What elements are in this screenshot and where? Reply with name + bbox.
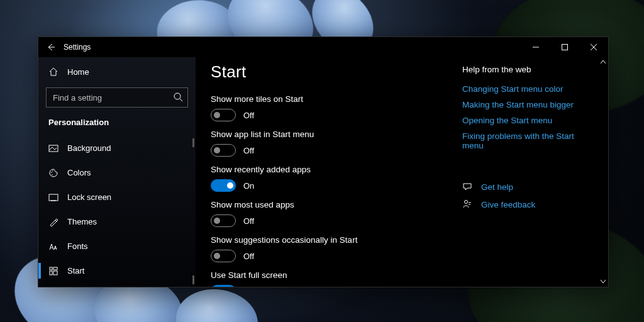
setting-row: Show recently added appsOn bbox=[211, 165, 457, 192]
give-feedback-row[interactable]: Give feedback bbox=[462, 199, 583, 209]
sidebar-item-label: Themes bbox=[67, 217, 97, 226]
setting-label: Use Start full screen bbox=[211, 270, 457, 280]
scroll-down-icon bbox=[601, 279, 606, 284]
help-link[interactable]: Making the Start menu bigger bbox=[462, 100, 583, 109]
svg-point-5 bbox=[52, 174, 53, 175]
sidebar-item-label: Lock screen bbox=[67, 192, 111, 202]
sidebar-item-background[interactable]: Background bbox=[38, 136, 196, 160]
toggle-switch[interactable] bbox=[211, 214, 236, 227]
setting-row: Show suggestions occasionally in StartOf… bbox=[211, 235, 457, 262]
help-link[interactable]: Fixing problems with the Start menu bbox=[462, 131, 583, 150]
toggle-state: Off bbox=[243, 216, 254, 226]
caption-buttons bbox=[521, 37, 608, 57]
window-title: Settings bbox=[64, 43, 91, 52]
setting-row: Use Start full screenOn bbox=[211, 270, 457, 287]
svg-rect-8 bbox=[53, 267, 57, 270]
sidebar-item-colors[interactable]: Colors bbox=[38, 160, 196, 185]
close-icon bbox=[591, 44, 597, 50]
toggle-switch[interactable] bbox=[211, 144, 236, 157]
setting-label: Show more tiles on Start bbox=[211, 94, 457, 104]
fonts-icon bbox=[48, 242, 58, 252]
get-help-row[interactable]: Get help bbox=[462, 182, 583, 192]
toggle-state: Off bbox=[243, 252, 254, 261]
help-heading: Help from the web bbox=[462, 65, 583, 74]
sidebar-item-label: Background bbox=[67, 143, 111, 153]
setting-label: Show suggestions occasionally in Start bbox=[211, 235, 457, 245]
give-feedback-label: Give feedback bbox=[481, 200, 535, 209]
feedback-icon bbox=[462, 199, 472, 209]
sidebar-nav: Background Colors Lock screen Themes bbox=[38, 136, 196, 283]
minimize-icon bbox=[533, 44, 539, 50]
svg-point-1 bbox=[174, 93, 180, 99]
svg-point-11 bbox=[465, 201, 468, 204]
settings-window: Settings Home Personalization bbox=[38, 36, 609, 287]
toggle-switch[interactable] bbox=[211, 109, 236, 121]
svg-rect-6 bbox=[49, 194, 58, 201]
toggle-switch[interactable] bbox=[211, 250, 236, 262]
svg-rect-7 bbox=[50, 267, 52, 270]
search-icon bbox=[174, 92, 183, 104]
sidebar-item-label: Colors bbox=[67, 168, 91, 177]
back-button[interactable] bbox=[38, 37, 64, 57]
wallpaper-flower bbox=[176, 289, 258, 322]
sidebar-item-label: Fonts bbox=[67, 242, 88, 251]
svg-rect-10 bbox=[53, 271, 57, 275]
help-link[interactable]: Changing Start menu color bbox=[462, 84, 583, 94]
sidebar-item-themes[interactable]: Themes bbox=[38, 209, 196, 234]
chat-icon bbox=[462, 182, 472, 192]
arrow-left-icon bbox=[47, 43, 55, 52]
setting-label: Show most used apps bbox=[211, 200, 457, 209]
setting-row: Show more tiles on StartOff bbox=[211, 94, 457, 121]
content: Start Show more tiles on StartOffShow ap… bbox=[196, 57, 598, 287]
sidebar-home[interactable]: Home bbox=[38, 60, 196, 84]
setting-row: Show most used appsOff bbox=[211, 200, 457, 227]
start-icon bbox=[48, 266, 58, 276]
setting-label: Show recently added apps bbox=[211, 165, 457, 174]
titlebar: Settings bbox=[38, 37, 608, 57]
setting-row: Show app list in Start menuOff bbox=[211, 130, 457, 157]
toggle-state: Off bbox=[243, 111, 254, 120]
palette-icon bbox=[48, 168, 58, 178]
maximize-button[interactable] bbox=[550, 37, 579, 57]
sidebar-item-label: Start bbox=[67, 266, 84, 275]
sidebar-category: Personalization bbox=[38, 114, 196, 136]
setting-label: Show app list in Start menu bbox=[211, 130, 457, 139]
lock-screen-icon bbox=[48, 192, 58, 203]
toggle-state: On bbox=[243, 287, 254, 287]
svg-rect-0 bbox=[562, 45, 568, 50]
svg-point-3 bbox=[51, 172, 52, 173]
themes-icon bbox=[48, 217, 58, 227]
svg-rect-9 bbox=[50, 271, 52, 275]
scroll-up-icon bbox=[601, 60, 606, 65]
close-button[interactable] bbox=[579, 37, 608, 57]
picture-icon bbox=[48, 143, 58, 153]
sidebar-scroll-down[interactable] bbox=[192, 275, 194, 284]
home-icon bbox=[48, 67, 58, 77]
search-input[interactable] bbox=[46, 87, 188, 108]
toggle-switch[interactable] bbox=[211, 179, 236, 192]
get-help-label: Get help bbox=[481, 182, 513, 192]
maximize-icon bbox=[562, 44, 568, 50]
sidebar-item-fonts[interactable]: Fonts bbox=[38, 234, 196, 258]
sidebar: Home Personalization Background bbox=[38, 57, 196, 287]
sidebar-item-start[interactable]: Start bbox=[38, 258, 196, 283]
sidebar-home-label: Home bbox=[67, 67, 89, 77]
toggle-state: On bbox=[243, 181, 254, 191]
toggle-switch[interactable] bbox=[211, 285, 236, 287]
page-title: Start bbox=[211, 62, 457, 82]
search-wrap bbox=[46, 87, 188, 108]
svg-point-4 bbox=[52, 170, 53, 171]
minimize-button[interactable] bbox=[521, 37, 550, 57]
toggle-state: Off bbox=[243, 146, 254, 155]
sidebar-item-lock-screen[interactable]: Lock screen bbox=[38, 185, 196, 209]
help-link[interactable]: Opening the Start menu bbox=[462, 116, 583, 125]
scrollbar[interactable] bbox=[598, 57, 608, 287]
